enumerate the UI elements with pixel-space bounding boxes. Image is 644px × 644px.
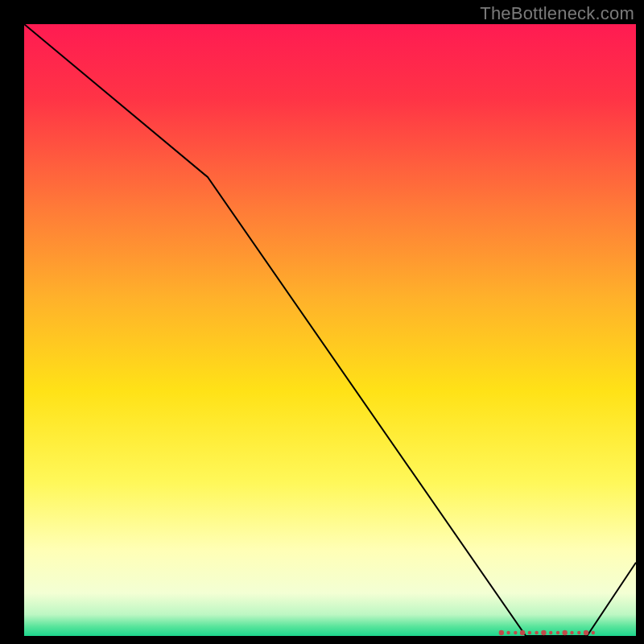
plot-area [24, 24, 636, 636]
optimal-marker-dot [563, 630, 568, 635]
optimal-marker-dot [535, 631, 538, 634]
gradient-background [24, 24, 636, 636]
optimal-marker-dot [528, 631, 531, 634]
chart-frame: TheBottleneck.com [0, 0, 644, 644]
optimal-marker-dot [499, 630, 504, 635]
optimal-marker-dot [541, 630, 546, 635]
attribution-text: TheBottleneck.com [480, 3, 634, 24]
optimal-marker-dot [577, 631, 580, 634]
optimal-marker-dot [506, 631, 510, 634]
optimal-marker-dot [556, 631, 559, 634]
bottleneck-line-chart [24, 24, 636, 636]
optimal-marker-dot [584, 630, 588, 635]
optimal-marker-dot [514, 631, 517, 634]
optimal-marker-dot [520, 630, 525, 635]
optimal-marker-dot [592, 631, 595, 634]
optimal-marker-dot [549, 631, 552, 634]
optimal-marker-dot [570, 631, 573, 634]
